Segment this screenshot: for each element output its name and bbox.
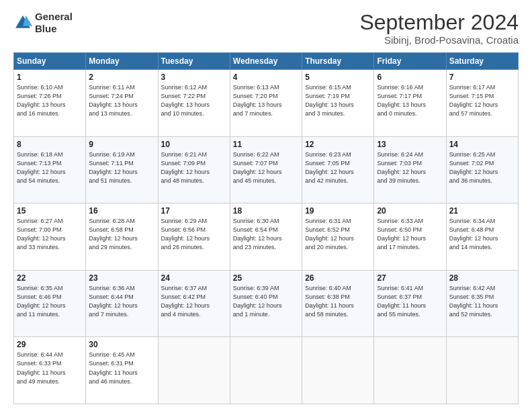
day-info: Sunrise: 6:45 AM Sunset: 6:31 PM Dayligh… <box>89 351 154 385</box>
day-number: 26 <box>305 273 371 283</box>
calendar-cell: 30Sunrise: 6:45 AM Sunset: 6:31 PM Dayli… <box>86 337 158 404</box>
day-info: Sunrise: 6:33 AM Sunset: 6:50 PM Dayligh… <box>377 217 443 252</box>
calendar-cell: 15Sunrise: 6:27 AM Sunset: 7:00 PM Dayli… <box>14 203 86 271</box>
weekday-header-tuesday: Tuesday <box>158 53 230 70</box>
day-number: 17 <box>161 206 227 216</box>
weekday-header-thursday: Thursday <box>302 53 374 70</box>
day-info: Sunrise: 6:39 AM Sunset: 6:40 PM Dayligh… <box>233 284 299 319</box>
week-row-4: 29Sunrise: 6:44 AM Sunset: 6:33 PM Dayli… <box>14 337 519 404</box>
calendar-table: SundayMondayTuesdayWednesdayThursdayFrid… <box>13 52 519 404</box>
calendar-cell: 9Sunrise: 6:19 AM Sunset: 7:11 PM Daylig… <box>86 136 158 203</box>
day-info: Sunrise: 6:17 AM Sunset: 7:15 PM Dayligh… <box>449 83 515 118</box>
calendar-cell: 21Sunrise: 6:34 AM Sunset: 6:48 PM Dayli… <box>446 203 518 271</box>
day-number: 20 <box>377 206 443 216</box>
day-info: Sunrise: 6:27 AM Sunset: 7:00 PM Dayligh… <box>17 217 83 252</box>
calendar-cell: 22Sunrise: 6:35 AM Sunset: 6:46 PM Dayli… <box>14 270 86 337</box>
calendar-cell: 1Sunrise: 6:10 AM Sunset: 7:26 PM Daylig… <box>14 70 86 137</box>
logo-text: General Blue <box>35 11 73 35</box>
logo-icon <box>13 13 32 32</box>
day-number: 6 <box>377 73 443 82</box>
day-info: Sunrise: 6:11 AM Sunset: 7:24 PM Dayligh… <box>89 83 154 118</box>
day-number: 21 <box>449 206 515 216</box>
calendar-subtitle: Sibinj, Brod-Posavina, Croatia <box>359 34 519 46</box>
calendar-title: September 2024 <box>359 11 519 34</box>
day-info: Sunrise: 6:24 AM Sunset: 7:03 PM Dayligh… <box>377 150 443 185</box>
calendar-cell: 6Sunrise: 6:16 AM Sunset: 7:17 PM Daylig… <box>374 70 446 137</box>
day-number: 28 <box>449 273 515 283</box>
calendar-cell: 20Sunrise: 6:33 AM Sunset: 6:50 PM Dayli… <box>374 203 446 271</box>
day-info: Sunrise: 6:18 AM Sunset: 7:13 PM Dayligh… <box>17 150 83 185</box>
calendar-cell <box>158 337 230 404</box>
day-info: Sunrise: 6:36 AM Sunset: 6:44 PM Dayligh… <box>89 284 154 319</box>
day-info: Sunrise: 6:34 AM Sunset: 6:48 PM Dayligh… <box>449 217 515 252</box>
day-info: Sunrise: 6:12 AM Sunset: 7:22 PM Dayligh… <box>161 83 227 118</box>
day-info: Sunrise: 6:29 AM Sunset: 6:56 PM Dayligh… <box>161 217 227 252</box>
calendar-cell: 4Sunrise: 6:13 AM Sunset: 7:20 PM Daylig… <box>230 70 302 137</box>
day-info: Sunrise: 6:13 AM Sunset: 7:20 PM Dayligh… <box>233 83 299 118</box>
week-row-3: 22Sunrise: 6:35 AM Sunset: 6:46 PM Dayli… <box>14 270 519 337</box>
day-number: 30 <box>89 340 154 349</box>
day-number: 8 <box>17 140 83 149</box>
calendar-cell: 26Sunrise: 6:40 AM Sunset: 6:38 PM Dayli… <box>302 270 374 337</box>
week-row-1: 8Sunrise: 6:18 AM Sunset: 7:13 PM Daylig… <box>14 136 519 203</box>
day-info: Sunrise: 6:44 AM Sunset: 6:33 PM Dayligh… <box>17 351 83 385</box>
weekday-header-monday: Monday <box>86 53 158 70</box>
calendar-cell: 17Sunrise: 6:29 AM Sunset: 6:56 PM Dayli… <box>158 203 230 271</box>
day-info: Sunrise: 6:40 AM Sunset: 6:38 PM Dayligh… <box>305 284 371 319</box>
day-info: Sunrise: 6:22 AM Sunset: 7:07 PM Dayligh… <box>233 150 299 185</box>
day-number: 13 <box>377 140 443 149</box>
calendar-cell: 27Sunrise: 6:41 AM Sunset: 6:37 PM Dayli… <box>374 270 446 337</box>
day-number: 24 <box>161 273 227 283</box>
day-number: 19 <box>305 206 371 216</box>
day-number: 27 <box>377 273 443 283</box>
day-info: Sunrise: 6:15 AM Sunset: 7:19 PM Dayligh… <box>305 83 371 118</box>
day-info: Sunrise: 6:16 AM Sunset: 7:17 PM Dayligh… <box>377 83 443 118</box>
calendar-cell: 10Sunrise: 6:21 AM Sunset: 7:09 PM Dayli… <box>158 136 230 203</box>
logo: General Blue <box>13 11 73 35</box>
day-info: Sunrise: 6:25 AM Sunset: 7:02 PM Dayligh… <box>449 150 515 185</box>
day-number: 5 <box>305 73 371 82</box>
calendar-cell: 7Sunrise: 6:17 AM Sunset: 7:15 PM Daylig… <box>446 70 518 137</box>
day-number: 23 <box>89 273 154 283</box>
day-info: Sunrise: 6:31 AM Sunset: 6:52 PM Dayligh… <box>305 217 371 252</box>
day-info: Sunrise: 6:35 AM Sunset: 6:46 PM Dayligh… <box>17 284 83 319</box>
day-info: Sunrise: 6:41 AM Sunset: 6:37 PM Dayligh… <box>377 284 443 319</box>
day-number: 1 <box>17 73 83 82</box>
weekday-header-saturday: Saturday <box>446 53 518 70</box>
calendar-cell: 12Sunrise: 6:23 AM Sunset: 7:05 PM Dayli… <box>302 136 374 203</box>
weekday-header-sunday: Sunday <box>14 53 86 70</box>
day-number: 25 <box>233 273 299 283</box>
calendar-cell <box>302 337 374 404</box>
day-info: Sunrise: 6:23 AM Sunset: 7:05 PM Dayligh… <box>305 150 371 185</box>
calendar-cell: 5Sunrise: 6:15 AM Sunset: 7:19 PM Daylig… <box>302 70 374 137</box>
calendar-cell: 28Sunrise: 6:42 AM Sunset: 6:35 PM Dayli… <box>446 270 518 337</box>
day-number: 3 <box>161 73 227 82</box>
calendar-cell: 18Sunrise: 6:30 AM Sunset: 6:54 PM Dayli… <box>230 203 302 271</box>
day-info: Sunrise: 6:21 AM Sunset: 7:09 PM Dayligh… <box>161 150 227 185</box>
day-number: 10 <box>161 140 227 149</box>
calendar-cell: 2Sunrise: 6:11 AM Sunset: 7:24 PM Daylig… <box>86 70 158 137</box>
calendar-cell: 3Sunrise: 6:12 AM Sunset: 7:22 PM Daylig… <box>158 70 230 137</box>
weekday-header-friday: Friday <box>374 53 446 70</box>
title-block: September 2024 Sibinj, Brod-Posavina, Cr… <box>359 11 519 46</box>
calendar-cell: 14Sunrise: 6:25 AM Sunset: 7:02 PM Dayli… <box>446 136 518 203</box>
day-info: Sunrise: 6:42 AM Sunset: 6:35 PM Dayligh… <box>449 284 515 319</box>
day-number: 11 <box>233 140 299 149</box>
day-number: 22 <box>17 273 83 283</box>
calendar-cell: 11Sunrise: 6:22 AM Sunset: 7:07 PM Dayli… <box>230 136 302 203</box>
calendar-cell: 16Sunrise: 6:28 AM Sunset: 6:58 PM Dayli… <box>86 203 158 271</box>
day-number: 15 <box>17 206 83 216</box>
weekday-header-row: SundayMondayTuesdayWednesdayThursdayFrid… <box>14 53 519 70</box>
day-number: 7 <box>449 73 515 82</box>
day-number: 2 <box>89 73 154 82</box>
day-number: 4 <box>233 73 299 82</box>
day-info: Sunrise: 6:28 AM Sunset: 6:58 PM Dayligh… <box>89 217 154 252</box>
calendar-cell: 13Sunrise: 6:24 AM Sunset: 7:03 PM Dayli… <box>374 136 446 203</box>
page: General Blue September 2024 Sibinj, Brod… <box>0 0 532 411</box>
calendar-cell <box>446 337 518 404</box>
day-info: Sunrise: 6:19 AM Sunset: 7:11 PM Dayligh… <box>89 150 154 185</box>
day-number: 29 <box>17 340 83 349</box>
calendar-cell <box>230 337 302 404</box>
calendar-cell: 8Sunrise: 6:18 AM Sunset: 7:13 PM Daylig… <box>14 136 86 203</box>
day-info: Sunrise: 6:30 AM Sunset: 6:54 PM Dayligh… <box>233 217 299 252</box>
